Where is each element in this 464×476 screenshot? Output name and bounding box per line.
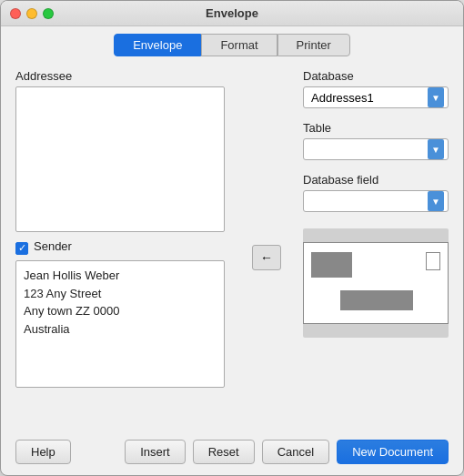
- left-panel: Addressee ✓ Sender Jean Hollis Weber 123…: [15, 69, 230, 423]
- addressee-input-box[interactable]: [15, 86, 225, 232]
- sender-line3: Any town ZZ 0000: [24, 302, 217, 320]
- tab-printer[interactable]: Printer: [277, 34, 350, 56]
- arrow-column: ←: [245, 91, 288, 423]
- preview-sender-block: [311, 252, 352, 278]
- sender-label: Sender: [34, 239, 72, 253]
- maximize-button[interactable]: [43, 8, 54, 19]
- envelope-dialog: Envelope Envelope Format Printer Address…: [0, 0, 464, 476]
- table-dropdown-arrow[interactable]: ▼: [428, 139, 444, 159]
- tab-format[interactable]: Format: [201, 34, 277, 56]
- tab-envelope[interactable]: Envelope: [114, 34, 201, 56]
- footer: Help Insert Reset Cancel New Document: [1, 430, 463, 475]
- field-label: Database field: [303, 173, 449, 187]
- close-button[interactable]: [10, 8, 21, 19]
- sender-line2: 123 Any Street: [24, 285, 217, 303]
- preview-stamp: [426, 252, 440, 270]
- database-dropdown-arrow[interactable]: ▼: [428, 87, 444, 107]
- table-label: Table: [303, 121, 449, 135]
- tab-bar: Envelope Format Printer: [1, 26, 463, 62]
- field-dropdown-arrow[interactable]: ▼: [428, 191, 444, 211]
- field-section: Database field ▼: [303, 173, 449, 212]
- minimize-button[interactable]: [26, 8, 37, 19]
- sender-checkbox[interactable]: ✓: [15, 242, 28, 255]
- database-dropdown[interactable]: Addresses1 ▼: [303, 86, 449, 108]
- database-section: Database Addresses1 ▼: [303, 69, 449, 108]
- field-dropdown[interactable]: ▼: [303, 190, 449, 212]
- sender-row: ✓ Sender: [15, 239, 230, 257]
- main-area: Addressee ✓ Sender Jean Hollis Weber 123…: [15, 69, 449, 423]
- help-button[interactable]: Help: [15, 440, 71, 464]
- sender-address-box[interactable]: Jean Hollis Weber 123 Any Street Any tow…: [15, 260, 225, 388]
- reset-button[interactable]: Reset: [193, 440, 255, 464]
- window-controls: [10, 8, 54, 19]
- window-title: Envelope: [206, 6, 258, 20]
- table-section: Table ▼: [303, 121, 449, 160]
- preview-address-block: [340, 290, 413, 310]
- table-dropdown[interactable]: ▼: [303, 138, 449, 160]
- insert-button[interactable]: Insert: [125, 440, 186, 464]
- database-value: Addresses1: [311, 91, 374, 105]
- addressee-label: Addressee: [15, 69, 230, 83]
- insert-field-arrow-button[interactable]: ←: [252, 245, 281, 270]
- sender-line4: Australia: [24, 320, 217, 339]
- right-panel: Database Addresses1 ▼ Table ▼ Database f…: [303, 69, 449, 423]
- envelope-preview-box: [303, 228, 449, 338]
- new-document-button[interactable]: New Document: [337, 440, 449, 464]
- cancel-button[interactable]: Cancel: [262, 440, 329, 464]
- envelope-preview: [303, 242, 449, 324]
- title-bar: Envelope: [1, 1, 463, 26]
- database-label: Database: [303, 69, 449, 83]
- content-area: Addressee ✓ Sender Jean Hollis Weber 123…: [1, 62, 463, 430]
- sender-line1: Jean Hollis Weber: [24, 267, 217, 285]
